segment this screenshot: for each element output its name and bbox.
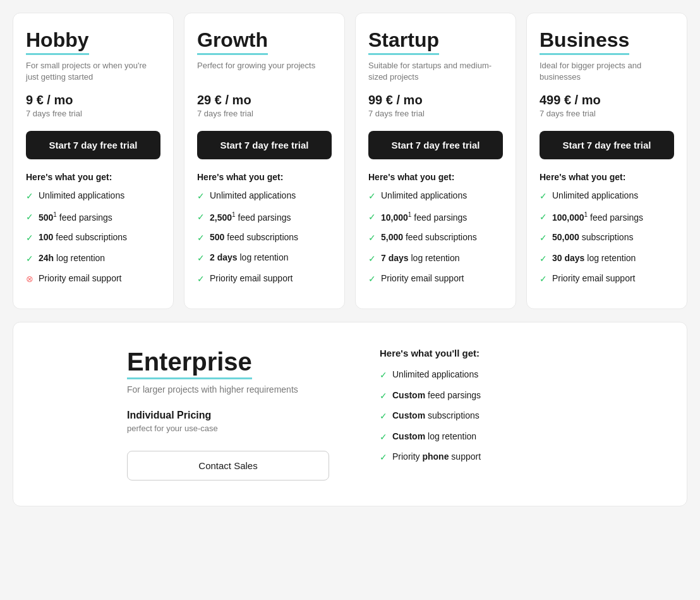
feature-text: Unlimited applications	[392, 369, 478, 381]
feature-text: 2 days log retention	[210, 252, 289, 264]
feature-text: Custom feed parsings	[392, 389, 481, 402]
feature-text: 50,000 subscriptions	[552, 231, 633, 244]
list-item: ⊗Priority email support	[26, 272, 160, 286]
check-icon: ✓	[197, 211, 205, 224]
check-icon: ✓	[540, 232, 547, 245]
feature-text: Unlimited applications	[39, 190, 124, 202]
feature-text: 2,5001 feed parsings	[210, 211, 291, 224]
list-item: ✓10,0001 feed parsings	[368, 211, 503, 224]
check-icon: ✓	[26, 232, 33, 245]
check-icon: ✓	[380, 431, 387, 444]
enterprise-feature-list: ✓Unlimited applications✓Custom feed pars…	[380, 369, 661, 464]
feature-text: Unlimited applications	[210, 190, 296, 202]
list-item: ✓Custom subscriptions	[380, 410, 661, 423]
enterprise-pricing-sub: perfect for your use-case	[127, 424, 329, 433]
feature-list-hobby: ✓Unlimited applications✓5001 feed parsin…	[26, 190, 160, 286]
check-icon: ✓	[26, 190, 33, 203]
plan-price-business: 499 € / mo	[540, 93, 674, 107]
plan-trial-startup: 7 days free trial	[368, 109, 503, 118]
list-item: ✓Custom log retention	[380, 431, 661, 444]
trial-button-growth[interactable]: Start 7 day free trial	[197, 131, 332, 159]
cross-icon: ⊗	[26, 273, 33, 286]
trial-button-hobby[interactable]: Start 7 day free trial	[26, 131, 160, 159]
plan-name-hobby: Hobby	[26, 28, 89, 55]
check-icon: ✓	[380, 410, 387, 423]
check-icon: ✓	[197, 232, 205, 245]
list-item: ✓2,5001 feed parsings	[197, 211, 332, 224]
plan-card-growth: GrowthPerfect for growing your projects2…	[184, 13, 345, 309]
enterprise-left: Enterprise For larger projects with high…	[127, 348, 329, 481]
enterprise-pricing-label: Individual Pricing	[127, 410, 329, 421]
trial-button-business[interactable]: Start 7 day free trial	[540, 131, 674, 159]
list-item: ✓500 feed subscriptions	[197, 231, 332, 245]
check-icon: ✓	[540, 211, 547, 224]
feature-text: Custom subscriptions	[392, 410, 480, 422]
plan-name-business: Business	[540, 28, 629, 55]
check-icon: ✓	[26, 211, 33, 224]
plan-price-growth: 29 € / mo	[197, 93, 332, 107]
list-item: ✓Unlimited applications	[368, 190, 503, 203]
check-icon: ✓	[540, 253, 547, 266]
plan-card-hobby: HobbyFor small projects or when you're j…	[13, 13, 174, 309]
feature-text: Priority email support	[39, 272, 122, 285]
feature-text: 100,0001 feed parsings	[552, 211, 643, 224]
list-item: ✓Unlimited applications	[26, 190, 160, 203]
features-label-hobby: Here's what you get:	[26, 172, 160, 182]
check-icon: ✓	[540, 190, 547, 203]
check-icon: ✓	[197, 190, 205, 203]
feature-text: Priority email support	[552, 272, 636, 285]
list-item: ✓Priority phone support	[380, 451, 661, 464]
feature-text: Priority email support	[381, 272, 464, 285]
list-item: ✓Priority email support	[197, 272, 332, 286]
feature-text: 500 feed subscriptions	[210, 231, 298, 244]
feature-list-growth: ✓Unlimited applications✓2,5001 feed pars…	[197, 190, 332, 286]
list-item: ✓Unlimited applications	[380, 369, 661, 382]
list-item: ✓5001 feed parsings	[26, 211, 160, 224]
check-icon: ✓	[540, 273, 547, 286]
check-icon: ✓	[26, 253, 33, 266]
list-item: ✓24h log retention	[26, 252, 160, 266]
list-item: ✓Priority email support	[540, 272, 674, 286]
contact-sales-button[interactable]: Contact Sales	[127, 451, 329, 481]
list-item: ✓5,000 feed subscriptions	[368, 231, 503, 245]
feature-text: Unlimited applications	[381, 190, 467, 202]
enterprise-section: Enterprise For larger projects with high…	[13, 322, 687, 506]
feature-text: 100 feed subscriptions	[39, 231, 127, 244]
enterprise-right: Here's what you'll get: ✓Unlimited appli…	[380, 348, 661, 472]
features-label-business: Here's what you get:	[540, 172, 674, 182]
plan-trial-business: 7 days free trial	[540, 109, 674, 118]
feature-text: Priority phone support	[392, 451, 481, 463]
enterprise-description: For larger projects with higher requirem…	[127, 384, 329, 395]
check-icon: ✓	[380, 369, 387, 382]
trial-button-startup[interactable]: Start 7 day free trial	[368, 131, 503, 159]
feature-text: Unlimited applications	[552, 190, 638, 202]
plan-description-growth: Perfect for growing your projects	[197, 60, 332, 83]
feature-list-startup: ✓Unlimited applications✓10,0001 feed par…	[368, 190, 503, 286]
plan-name-startup: Startup	[368, 28, 439, 55]
list-item: ✓2 days log retention	[197, 252, 332, 265]
feature-text: 30 days log retention	[552, 252, 636, 265]
enterprise-features-label: Here's what you'll get:	[380, 348, 661, 358]
check-icon: ✓	[368, 232, 376, 245]
plan-description-business: Ideal for bigger projects and businesses	[540, 60, 674, 83]
features-label-startup: Here's what you get:	[368, 172, 503, 182]
plan-trial-hobby: 7 days free trial	[26, 109, 160, 118]
feature-text: Custom log retention	[392, 431, 476, 443]
list-item: ✓Priority email support	[368, 272, 503, 286]
feature-text: 5,000 feed subscriptions	[381, 231, 477, 244]
check-icon: ✓	[368, 211, 376, 224]
check-icon: ✓	[368, 190, 376, 203]
plan-description-hobby: For small projects or when you're just g…	[26, 60, 160, 83]
check-icon: ✓	[368, 273, 376, 286]
list-item: ✓Unlimited applications	[197, 190, 332, 203]
feature-text: Priority email support	[210, 272, 293, 285]
list-item: ✓7 days log retention	[368, 252, 503, 266]
list-item: ✓100,0001 feed parsings	[540, 211, 674, 224]
plan-card-startup: StartupSuitable for startups and medium-…	[355, 13, 516, 309]
feature-text: 7 days log retention	[381, 252, 460, 265]
plan-price-startup: 99 € / mo	[368, 93, 503, 107]
plan-trial-growth: 7 days free trial	[197, 109, 332, 118]
feature-text: 24h log retention	[39, 252, 105, 265]
feature-text: 5001 feed parsings	[39, 211, 112, 224]
plan-price-hobby: 9 € / mo	[26, 93, 160, 107]
